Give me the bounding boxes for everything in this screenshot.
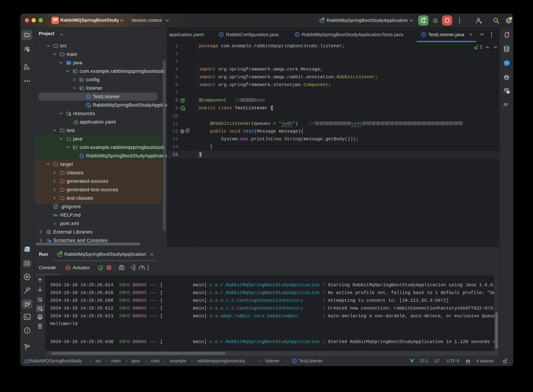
svg-text:C: C [81,154,83,158]
svg-text:M: M [53,213,56,217]
svg-text:C: C [296,33,298,36]
svg-text:C: C [294,359,296,363]
svg-text:m: m [54,221,56,226]
svg-text:C: C [87,95,89,98]
svg-text:C: C [423,33,425,36]
svg-text:C: C [220,33,223,36]
svg-text:?: ? [28,49,29,52]
